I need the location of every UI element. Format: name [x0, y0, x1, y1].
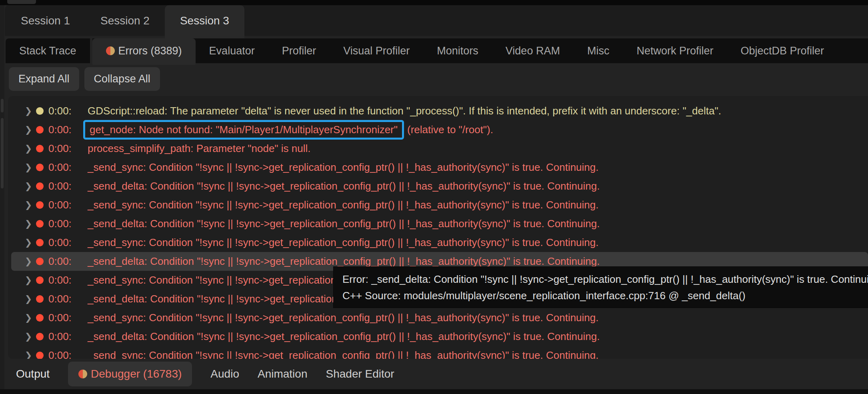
collapse-all-button[interactable]: Collapse All — [84, 67, 160, 91]
error-row[interactable]: ❯0:00:_send_delta: Condition "!sync || !… — [8, 214, 868, 233]
bottom-tab-output[interactable]: Output — [16, 368, 50, 380]
error-row[interactable]: ❯0:00:GDScript::reload: The parameter "d… — [8, 102, 868, 120]
focused-error-highlight: get_node: Node not found: "Main/Player1/… — [83, 120, 404, 140]
error-dot-icon — [36, 258, 44, 265]
session-tab-label: Session 1 — [21, 14, 70, 27]
error-message: _send_sync: Condition "!sync || !sync->g… — [88, 312, 599, 324]
error-message: _send_delta: Condition "!sync || !sync->… — [88, 255, 600, 268]
error-time: 0:00: — [48, 330, 76, 343]
error-dot-icon — [36, 352, 44, 359]
bottom-tab-animation[interactable]: Animation — [258, 368, 308, 380]
error-time: 0:00: — [48, 312, 76, 324]
session-tab-session-2[interactable]: Session 2 — [85, 5, 165, 36]
window-top-strip — [0, 0, 868, 5]
error-dot-icon — [36, 182, 44, 190]
tab-errors-8389[interactable]: Errors (8389) — [92, 38, 196, 65]
error-row[interactable]: ❯0:00:_send_delta: Condition "!sync || !… — [8, 177, 868, 196]
tab-monitors[interactable]: Monitors — [423, 38, 492, 63]
error-row[interactable]: ❯0:00:_send_sync: Condition "!sync || !s… — [8, 346, 868, 359]
session-tab-bar: Session 1Session 2Session 3 — [5, 5, 868, 36]
tab-separator — [90, 38, 92, 63]
left-scrollbar-track[interactable] — [0, 5, 4, 394]
error-time: 0:00: — [48, 124, 76, 136]
error-time: 0:00: — [48, 236, 76, 249]
tab-misc[interactable]: Misc — [574, 38, 623, 63]
error-dot-icon — [36, 164, 44, 171]
tab-network-profiler[interactable]: Network Profiler — [623, 38, 727, 63]
expand-chevron-icon[interactable]: ❯ — [23, 350, 34, 359]
tab-profiler[interactable]: Profiler — [268, 38, 330, 63]
error-dot-icon — [36, 220, 44, 228]
tab-visual-profiler[interactable]: Visual Profiler — [330, 38, 423, 63]
error-dot-icon — [36, 145, 44, 152]
error-time: 0:00: — [48, 142, 76, 155]
bottom-panel-bar: OutputDebugger (16783)AudioAnimationShad… — [0, 359, 868, 389]
error-time: 0:00: — [48, 255, 76, 268]
error-list[interactable]: ❯0:00:GDScript::reload: The parameter "d… — [8, 96, 868, 359]
error-message: _send_sync: Condition "!sync || !sync->g… — [88, 199, 599, 211]
error-dot-icon — [36, 314, 44, 322]
error-row[interactable]: ❯0:00:_send_sync: Condition "!sync || !s… — [8, 308, 868, 327]
error-dot-icon — [36, 201, 44, 209]
bottom-tab-debugger-16783[interactable]: Debugger (16783) — [68, 362, 192, 386]
left-scrollbar-thumb[interactable] — [1, 99, 4, 112]
error-row[interactable]: ❯0:00:_send_sync: Condition "!sync || !s… — [8, 196, 868, 214]
expand-chevron-icon[interactable]: ❯ — [23, 162, 34, 173]
bottom-tab-label: Shader Editor — [326, 368, 394, 380]
expand-chevron-icon[interactable]: ❯ — [23, 181, 34, 192]
error-row[interactable]: ❯0:00:_send_delta: Condition "!sync || !… — [8, 327, 868, 346]
bottom-tab-audio[interactable]: Audio — [210, 368, 239, 380]
tooltip-error-line: Error: _send_delta: Condition "!sync || … — [342, 271, 868, 288]
errors-toolbar: Expand All Collapse All — [9, 67, 160, 91]
error-dot-icon — [36, 276, 44, 284]
expand-all-button[interactable]: Expand All — [9, 67, 79, 91]
tab-label: Misc — [587, 45, 610, 57]
error-tooltip: Error: _send_delta: Condition "!sync || … — [333, 266, 868, 308]
expand-chevron-icon[interactable]: ❯ — [23, 125, 34, 135]
tab-objectdb-profiler[interactable]: ObjectDB Profiler — [727, 38, 838, 63]
tab-label: Stack Trace — [19, 45, 76, 57]
expand-chevron-icon[interactable]: ❯ — [23, 219, 34, 229]
error-message: _send_sync: Condition "!sync || !sync->g… — [88, 349, 599, 359]
bottom-tab-label: Audio — [210, 368, 239, 380]
left-scrollbar-thumb[interactable] — [1, 118, 4, 188]
expand-chevron-icon[interactable]: ❯ — [23, 313, 34, 323]
error-time: 0:00: — [48, 274, 76, 286]
error-row[interactable]: ❯0:00:get_node: Node not found: "Main/Pl… — [8, 120, 868, 139]
error-dot-icon — [36, 126, 44, 134]
bottom-tab-shader-editor[interactable]: Shader Editor — [326, 368, 394, 380]
bottom-tab-label: Debugger (16783) — [91, 368, 182, 380]
error-message: _send_delta: Condition "!sync || !sync->… — [88, 180, 600, 192]
tab-label: Errors (8389) — [118, 45, 182, 57]
expand-chevron-icon[interactable]: ❯ — [23, 294, 34, 304]
error-row[interactable]: ❯0:00:_send_sync: Condition "!sync || !s… — [8, 233, 868, 252]
tab-label: Visual Profiler — [343, 45, 410, 57]
session-tab-session-1[interactable]: Session 1 — [6, 5, 85, 36]
error-warning-dot-icon — [106, 46, 115, 55]
tab-label: Evaluator — [209, 45, 255, 57]
expand-chevron-icon[interactable]: ❯ — [23, 238, 34, 248]
window-top-notch — [7, 0, 36, 4]
error-time: 0:00: — [48, 199, 76, 211]
error-message: get_node: Node not found: "Main/Player1/… — [88, 124, 493, 136]
error-message: GDScript::reload: The parameter "delta" … — [88, 105, 721, 117]
expand-chevron-icon[interactable]: ❯ — [23, 256, 34, 267]
error-warning-dot-icon — [78, 370, 87, 378]
expand-chevron-icon[interactable]: ❯ — [23, 332, 34, 342]
error-row[interactable]: ❯0:00:_send_sync: Condition "!sync || !s… — [8, 158, 868, 177]
expand-chevron-icon[interactable]: ❯ — [23, 106, 34, 116]
tab-video-ram[interactable]: Video RAM — [492, 38, 574, 63]
error-time: 0:00: — [48, 105, 76, 117]
error-time: 0:00: — [48, 218, 76, 230]
error-message-suffix: (relative to "/root"). — [407, 124, 493, 136]
error-dot-icon — [36, 333, 44, 340]
tab-stack-trace[interactable]: Stack Trace — [6, 38, 90, 63]
session-tab-session-3[interactable]: Session 3 — [165, 5, 244, 38]
tab-evaluator[interactable]: Evaluator — [196, 38, 268, 63]
expand-chevron-icon[interactable]: ❯ — [23, 200, 34, 210]
expand-chevron-icon[interactable]: ❯ — [23, 144, 34, 154]
tab-label: Network Profiler — [636, 45, 713, 57]
expand-chevron-icon[interactable]: ❯ — [23, 275, 34, 286]
error-time: 0:00: — [48, 180, 76, 192]
error-row[interactable]: ❯0:00:process_simplify_path: Parameter "… — [8, 139, 868, 158]
